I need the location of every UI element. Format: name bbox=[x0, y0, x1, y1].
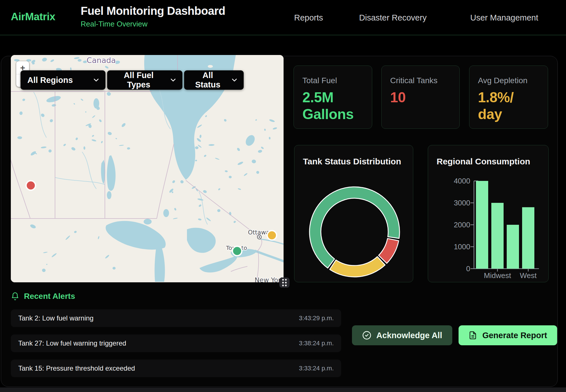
alert-timestamp: 3:43:29 p.m. bbox=[299, 315, 334, 322]
map-drag-handle[interactable] bbox=[279, 277, 290, 288]
regional-consumption-chart-card: Regional Consumption 01000200030004000Mi… bbox=[428, 145, 549, 282]
stat-card-critical-tanks: Critical Tanks 10 bbox=[381, 66, 460, 129]
fuel-type-filter-value: All Fuel Types bbox=[114, 71, 163, 89]
stat-value-avg-depletion: 1.8%/ day bbox=[478, 89, 539, 123]
report-document-icon bbox=[469, 331, 477, 340]
chevron-down-icon bbox=[163, 79, 176, 82]
tank-status-chart-card: Tank Status Distribution bbox=[294, 145, 413, 282]
bell-icon bbox=[11, 292, 19, 301]
stat-value-total-fuel: 2.5M Gallons bbox=[302, 89, 363, 123]
chevron-down-icon bbox=[86, 79, 99, 82]
alert-row[interactable]: Tank 27: Low fuel warning triggered 3:38… bbox=[11, 334, 341, 352]
stat-value-critical-tanks: 10 bbox=[390, 89, 451, 106]
stat-card-total-fuel: Total Fuel 2.5M Gallons bbox=[294, 66, 372, 129]
stat-card-avg-depletion: Avg Depletion 1.8%/ day bbox=[469, 66, 548, 129]
status-filter-value: All Status bbox=[191, 71, 225, 89]
map-marker-critical[interactable] bbox=[26, 181, 36, 190]
fuel-type-filter-dropdown[interactable]: All Fuel Types bbox=[107, 70, 182, 90]
alert-message: Tank 2: Low fuel warning bbox=[18, 314, 93, 322]
region-filter-dropdown[interactable]: All Regions bbox=[21, 70, 105, 90]
svg-text:1000: 1000 bbox=[454, 242, 470, 251]
page-subtitle: Real-Time Overview bbox=[81, 20, 225, 28]
alert-timestamp: 3:38:24 p.m. bbox=[299, 340, 334, 347]
stat-label: Total Fuel bbox=[302, 76, 363, 85]
alert-row[interactable]: Tank 15: Pressure threshold exceeded 3:3… bbox=[11, 360, 341, 377]
map-filters: All Regions All Fuel Types All Status bbox=[21, 70, 244, 90]
tank-status-donut-chart bbox=[294, 145, 414, 283]
nav-item-disaster-recovery[interactable]: Disaster Recovery bbox=[359, 13, 427, 23]
recent-alerts-header: Recent Alerts bbox=[11, 292, 75, 301]
svg-text:4000: 4000 bbox=[454, 177, 470, 185]
title-block: Fuel Monitoring Dashboard Real-Time Over… bbox=[81, 5, 225, 28]
status-filter-dropdown[interactable]: All Status bbox=[184, 70, 244, 90]
map-marker-warning[interactable] bbox=[267, 231, 277, 240]
ottawa-town-icon bbox=[257, 235, 261, 239]
bottom-strip bbox=[0, 387, 566, 392]
alert-message: Tank 15: Pressure threshold exceeded bbox=[18, 364, 135, 372]
acknowledge-all-button[interactable]: Acknowledge All bbox=[352, 325, 452, 345]
map-island bbox=[208, 65, 213, 68]
app-logo[interactable]: AirMatrix bbox=[11, 11, 55, 23]
alert-message: Tank 27: Low fuel warning triggered bbox=[18, 339, 126, 347]
regional-consumption-bar-chart: 01000200030004000MidwestWest bbox=[428, 145, 549, 283]
svg-text:2000: 2000 bbox=[454, 220, 470, 229]
svg-text:West: West bbox=[520, 271, 537, 280]
svg-text:0: 0 bbox=[466, 264, 470, 273]
generate-report-button[interactable]: Generate Report bbox=[459, 325, 557, 345]
map-marker-normal[interactable] bbox=[233, 246, 242, 256]
generate-report-label: Generate Report bbox=[482, 331, 547, 340]
nav-item-reports[interactable]: Reports bbox=[294, 13, 323, 23]
page-title: Fuel Monitoring Dashboard bbox=[81, 5, 225, 17]
nav: Reports bbox=[294, 0, 323, 35]
region-filter-value: All Regions bbox=[27, 75, 73, 85]
nav-item-user-management[interactable]: User Management bbox=[470, 13, 538, 23]
svg-text:Midwest: Midwest bbox=[484, 271, 511, 280]
chevron-down-icon bbox=[225, 79, 237, 82]
stat-label: Avg Depletion bbox=[478, 76, 539, 85]
app-header: AirMatrix Fuel Monitoring Dashboard Real… bbox=[0, 0, 566, 35]
acknowledge-all-label: Acknowledge All bbox=[376, 331, 442, 340]
alert-timestamp: 3:33:24 p.m. bbox=[299, 365, 334, 372]
check-circle-icon bbox=[362, 331, 371, 340]
stat-label: Critical Tanks bbox=[390, 76, 451, 85]
svg-text:3000: 3000 bbox=[454, 199, 470, 207]
alert-row[interactable]: Tank 2: Low fuel warning 3:43:29 p.m. bbox=[11, 309, 341, 327]
recent-alerts-title: Recent Alerts bbox=[24, 292, 75, 301]
map-panel[interactable]: Canada Ottawa Toronto New York + − All R… bbox=[11, 55, 284, 282]
dashboard-root: AirMatrix Fuel Monitoring Dashboard Real… bbox=[0, 0, 566, 392]
map-label-canada: Canada bbox=[87, 56, 116, 65]
